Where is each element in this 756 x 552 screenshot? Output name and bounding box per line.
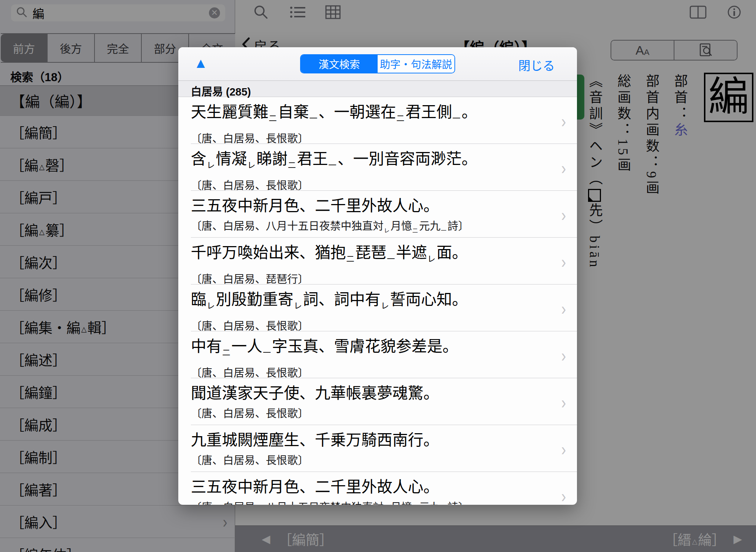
kanbun-mark: 二 [269,114,277,123]
modal-tab[interactable]: 漢文検索 [301,55,378,73]
chevron-right-icon: › [561,487,566,505]
kanbun-source: 〔唐、白居易、長恨歌〕 [191,453,551,468]
kanbun-text: 含レ情凝レ睇謝二君王一、一別音容両渺茫。 [191,149,551,175]
kanbun-results-list: 天生麗質難二自棄一、一朝選在二君王側一。 〔唐、白居易、長恨歌〕 › 含レ情凝レ… [178,97,577,505]
kanbun-mark: 二 [346,255,354,263]
kanbun-search-modal: ▲ 漢文検索助字・句法解説 閉じる 白居易 (285) 天生麗質難二自棄一、一朝… [178,47,577,505]
kanbun-mark: 一 [441,228,446,234]
kanbun-text: 臨レ別殷勤重寄レ詞、詞中有レ誓両心知。 [191,290,551,316]
kanbun-result-item[interactable]: 中有二一人一字玉真、雪膚花貌参差是。 〔唐、白居易、長恨歌〕 › [178,331,577,378]
close-button[interactable]: 閉じる [518,56,555,74]
scroll-top-button[interactable]: ▲ [194,55,208,71]
kanbun-text: 聞道漢家天子使、九華帳裏夢魂驚。 [191,383,551,403]
kanbun-result-item[interactable]: 含レ情凝レ睇謝二君王一、一別音容両渺茫。 〔唐、白居易、長恨歌〕 › [178,144,577,191]
kanbun-mark: レ [207,161,215,170]
chevron-right-icon: › [561,300,566,318]
kanbun-source: 〔唐、白居易、長恨歌〕 [191,407,551,421]
kanbun-mark: レ [247,161,255,170]
kanbun-mark: レ [384,228,389,234]
kanbun-mark: 一 [329,161,337,170]
chevron-right-icon: › [561,347,566,365]
kanbun-mark: 一 [263,348,271,357]
kanbun-mark: レ [294,301,302,310]
chevron-right-icon: › [561,253,566,271]
kanbun-result-item[interactable]: 三五夜中新月色、二千里外故人心。 〔唐、白居易、八月十五日夜禁中独直対レ月憶二元… [178,472,577,505]
poet-section-header: 白居易 (285) [178,81,577,97]
modal-tab[interactable]: 助字・句法解説 [378,55,454,73]
kanbun-mark: 二 [396,114,405,123]
modal-tabs: 漢文検索助字・句法解説 [300,54,455,73]
kanbun-source: 〔唐、白居易、八月十五日夜禁中独直対レ月憶二元九一詩〕 [191,500,551,505]
chevron-right-icon: › [561,394,566,411]
kanbun-mark: 一 [309,114,317,123]
kanbun-mark: 二 [288,161,296,170]
kanbun-result-item[interactable]: 天生麗質難二自棄一、一朝選在二君王側一。 〔唐、白居易、長恨歌〕 › [178,97,577,144]
kanbun-mark: 二 [412,228,418,234]
kanbun-mark: レ [381,301,389,310]
kanbun-result-item[interactable]: 三五夜中新月色、二千里外故人心。 〔唐、白居易、八月十五日夜禁中独直対レ月憶二元… [178,191,577,238]
modal-header: ▲ 漢文検索助字・句法解説 閉じる [178,47,577,81]
kanbun-mark: 一 [453,114,461,123]
kanbun-text: 中有二一人一字玉真、雪膚花貌参差是。 [191,337,551,363]
kanbun-source: 〔唐、白居易、八月十五日夜禁中独直対レ月憶二元九一詩〕 [191,219,551,238]
chevron-right-icon: › [561,113,566,130]
kanbun-mark: レ [207,301,215,310]
chevron-right-icon: › [561,159,566,177]
kanbun-text: 三五夜中新月色、二千里外故人心。 [191,196,551,216]
kanbun-text: 三五夜中新月色、二千里外故人心。 [191,477,551,497]
kanbun-text: 九重城闕煙塵生、千乗万騎西南行。 [191,430,551,450]
kanbun-text: 天生麗質難二自棄一、一朝選在二君王側一。 [191,102,551,128]
kanbun-mark: 二 [222,348,230,357]
kanji-dictionary-app: 編 ✕ 前方後方完全部分全文 検索（18） 【編（編）】 › ［編簡］ › ［編… [0,0,756,552]
kanbun-mark: レ [427,255,436,263]
chevron-right-icon: › [561,441,566,458]
kanbun-result-item[interactable]: 聞道漢家天子使、九華帳裏夢魂驚。 〔唐、白居易、長恨歌〕 › [178,378,577,425]
chevron-right-icon: › [561,206,566,224]
kanbun-mark: 一 [387,255,395,263]
kanbun-text: 千呼万喚始出来、猶抱二琵琶一半遮レ面。 [191,243,551,269]
kanbun-result-item[interactable]: 千呼万喚始出来、猶抱二琵琶一半遮レ面。 〔唐、白居易、琵琶行〕 › [178,238,577,284]
kanbun-result-item[interactable]: 九重城闕煙塵生、千乗万騎西南行。 〔唐、白居易、長恨歌〕 › [178,425,577,472]
kanbun-result-item[interactable]: 臨レ別殷勤重寄レ詞、詞中有レ誓両心知。 〔唐、白居易、長恨歌〕 › [178,284,577,331]
